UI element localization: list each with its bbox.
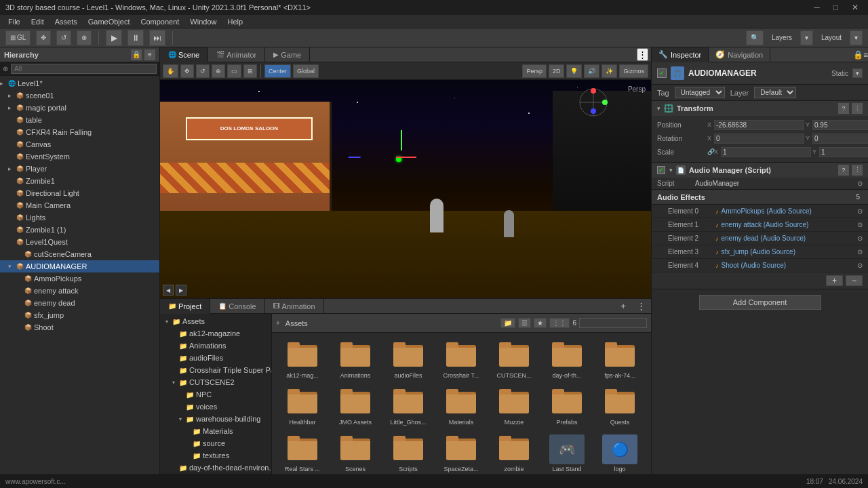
scale-x-input[interactable] bbox=[721, 147, 811, 157]
audio-btn[interactable]: 🔊 bbox=[584, 64, 599, 78]
proj-folder-btn[interactable]: 📁 bbox=[500, 318, 515, 328]
audio-manager-header[interactable]: ✓ ▾ 📄 Audio Manager (Script) ? ⋮ bbox=[652, 163, 868, 178]
hierarchy-item-enemy-attack[interactable]: 📦 enemy attack bbox=[0, 285, 159, 297]
project-search-input[interactable] bbox=[579, 318, 647, 328]
hierarchy-item-cutscenecam[interactable]: 📦 cutSceneCamera bbox=[0, 248, 159, 260]
rot-x-input[interactable] bbox=[714, 134, 804, 144]
asset-item-jmo[interactable]: JMO Assets bbox=[330, 385, 380, 429]
project-sidebar-item-textures[interactable]: 📁 textures bbox=[160, 449, 271, 462]
asset-item-logo[interactable]: 🔵 logo bbox=[595, 432, 645, 476]
search-button[interactable]: 🔍 bbox=[746, 30, 764, 45]
asset-item-animations[interactable]: Animations bbox=[330, 338, 380, 382]
asset-item-scripts[interactable]: Scripts bbox=[383, 432, 433, 476]
asset-item-zombie[interactable]: zombie bbox=[489, 432, 539, 476]
hierarchy-item-scene01[interactable]: ▸ 📦 scene01 bbox=[0, 89, 159, 102]
project-add-btn[interactable]: + bbox=[615, 301, 631, 311]
hierarchy-item-audiomanager[interactable]: ▾ 📦 AUDIOMANAGER bbox=[0, 260, 159, 272]
fx-btn[interactable]: ✨ bbox=[601, 64, 617, 78]
scene-gizmos[interactable]: Gizmos bbox=[619, 64, 648, 78]
asset-item-realstars[interactable]: Real Stars ... bbox=[277, 432, 328, 476]
pause-button[interactable]: ⏸ bbox=[127, 30, 144, 46]
rotate-tool2[interactable]: ↺ bbox=[196, 64, 210, 78]
layers-dropdown[interactable]: ▾ bbox=[800, 30, 813, 45]
audio-el-target-element2[interactable]: ⊙ bbox=[857, 235, 863, 242]
proj-filter-btn[interactable]: ☰ bbox=[518, 318, 531, 328]
audio-el-target-element4[interactable]: ⊙ bbox=[857, 262, 863, 269]
asset-item-quests[interactable]: Quests bbox=[595, 385, 645, 429]
script-target-btn[interactable]: ⊙ bbox=[857, 180, 863, 187]
asset-item-crosshair[interactable]: Crosshair T... bbox=[436, 338, 486, 382]
scene-ctrl2[interactable]: ▶ bbox=[176, 285, 186, 296]
rect-tool[interactable]: ▭ bbox=[227, 64, 241, 78]
transform-menu-btn[interactable]: ⋮ bbox=[852, 103, 863, 114]
menu-assets[interactable]: Assets bbox=[50, 18, 83, 26]
gl-button[interactable]: ⊞ GL bbox=[5, 30, 31, 45]
asset-item-materials[interactable]: Materials bbox=[436, 385, 486, 429]
layout-dropdown[interactable]: ▾ bbox=[850, 30, 863, 45]
project-sidebar-item-materials[interactable]: 📁 Materials bbox=[160, 425, 271, 437]
hierarchy-item-cfxr4[interactable]: 📦 CFXR4 Rain Falling bbox=[0, 126, 159, 138]
hierarchy-item-level1quest[interactable]: 📦 Level1Quest bbox=[0, 236, 159, 248]
hierarchy-item-level1[interactable]: ▸ 🌐 Level1* bbox=[0, 77, 159, 89]
project-menu-btn[interactable]: ⋮ bbox=[631, 301, 651, 311]
static-dropdown[interactable]: ▾ bbox=[852, 68, 863, 78]
scene-ctrl1[interactable]: ◀ bbox=[163, 285, 174, 296]
hierarchy-item-zombie1-1[interactable]: 📦 Zombie1 (1) bbox=[0, 224, 159, 236]
tab-console[interactable]: 📋 Console bbox=[210, 299, 264, 314]
persp-btn[interactable]: Persp bbox=[522, 64, 547, 78]
hierarchy-search-input[interactable] bbox=[11, 64, 157, 74]
project-sidebar-item-crosshair[interactable]: 📁 Crosshair Triple Super Pa... bbox=[160, 364, 271, 376]
asset-item-cutscene[interactable]: CUTSCEN... bbox=[489, 338, 539, 382]
object-active-checkbox[interactable]: ✓ bbox=[657, 68, 667, 78]
audio-remove-btn[interactable]: − bbox=[846, 275, 863, 286]
audio-el-target-element0[interactable]: ⊙ bbox=[857, 207, 863, 215]
transform-tool[interactable]: ⊞ bbox=[243, 64, 257, 78]
hierarchy-item-player[interactable]: ▸ 📦 Player bbox=[0, 163, 159, 175]
tab-inspector[interactable]: 🔧 Inspector bbox=[652, 47, 709, 62]
project-sidebar-item-source[interactable]: 📁 source bbox=[160, 437, 271, 449]
asset-item-littleghost[interactable]: Little_Ghos... bbox=[383, 385, 433, 429]
project-sidebar-item-voices[interactable]: 📁 voices bbox=[160, 401, 271, 413]
hierarchy-item-ammopickups[interactable]: 📦 AmmoPickups bbox=[0, 272, 159, 285]
tab-navigation[interactable]: 🧭 Navigation bbox=[709, 47, 770, 62]
proj-dots-btn[interactable]: ⋮⋮ bbox=[549, 318, 570, 328]
asset-item-fps[interactable]: fps-ak-74... bbox=[595, 338, 645, 382]
menu-edit[interactable]: Edit bbox=[26, 18, 50, 26]
transform-header[interactable]: ▾ Transform ? ⋮ bbox=[652, 101, 868, 116]
audio-manager-info-btn[interactable]: ? bbox=[838, 165, 849, 176]
hierarchy-item-dir-light[interactable]: 📦 Directional Light bbox=[0, 187, 159, 199]
scene-options-btn[interactable]: ⋮ bbox=[637, 48, 648, 61]
pos-x-input[interactable] bbox=[714, 120, 804, 130]
audio-el-target-element3[interactable]: ⊙ bbox=[857, 248, 863, 256]
2d-btn[interactable]: 2D bbox=[549, 64, 565, 78]
menu-file[interactable]: File bbox=[3, 18, 26, 26]
add-component-btn[interactable]: Add Component bbox=[699, 295, 821, 310]
hierarchy-item-magic-portal[interactable]: ▸ 📦 magic portal bbox=[0, 102, 159, 114]
hierarchy-item-sfx-jump[interactable]: 📦 sfx_jump bbox=[0, 309, 159, 321]
hierarchy-item-zombie1[interactable]: 📦 Zombie1 bbox=[0, 175, 159, 187]
lighting-btn[interactable]: 💡 bbox=[566, 64, 582, 78]
audio-manager-menu-btn[interactable]: ⋮ bbox=[852, 165, 863, 176]
minimize-btn[interactable]: ─ bbox=[810, 3, 824, 12]
scene-view[interactable]: DOS LOMOS SALOON Persp bbox=[160, 80, 651, 298]
audio-add-btn[interactable]: + bbox=[826, 275, 843, 286]
asset-item-day[interactable]: day-of-th... bbox=[542, 338, 592, 382]
asset-item-spacezeta[interactable]: SpaceZeta... bbox=[436, 432, 486, 476]
audio-manager-checkbox[interactable]: ✓ bbox=[657, 166, 665, 174]
project-sidebar-item-cutscene2[interactable]: ▾ 📁 CUTSCENE2 bbox=[160, 376, 271, 388]
project-sidebar-item-npc[interactable]: 📁 NPC bbox=[160, 388, 271, 401]
menu-help[interactable]: Help bbox=[222, 18, 248, 26]
hierarchy-item-main-cam[interactable]: 📦 Main Camera bbox=[0, 199, 159, 211]
asset-item-scenes[interactable]: Scenes bbox=[330, 432, 380, 476]
hierarchy-item-canvas[interactable]: 📦 Canvas bbox=[0, 138, 159, 150]
hand-tool[interactable]: ✋ bbox=[163, 64, 178, 78]
menu-gameobject[interactable]: GameObject bbox=[83, 18, 136, 26]
tag-select[interactable]: Untagged bbox=[675, 87, 725, 98]
transform-info-btn[interactable]: ? bbox=[838, 103, 849, 114]
menu-component[interactable]: Component bbox=[135, 18, 184, 26]
play-button[interactable]: ▶ bbox=[106, 30, 122, 46]
scale-y-input[interactable] bbox=[819, 147, 868, 157]
move-tool[interactable]: ✥ bbox=[36, 30, 51, 45]
tab-game[interactable]: ▶ Game bbox=[265, 47, 310, 62]
insp-lock-btn[interactable]: 🔒 bbox=[853, 50, 863, 60]
